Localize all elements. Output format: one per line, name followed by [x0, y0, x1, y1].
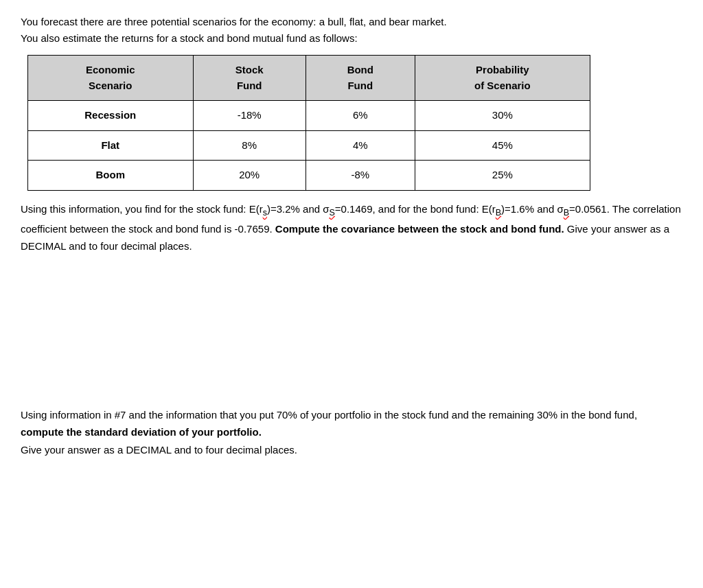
bond-flat: 4% [306, 130, 415, 161]
stock-boom: 20% [193, 161, 306, 191]
stock-flat: 8% [193, 130, 306, 161]
bold-instruction: Compute the covariance between the stock… [275, 223, 564, 235]
subscript-rs: s [263, 208, 267, 217]
bond-recession: 6% [306, 101, 415, 131]
scenario-table: EconomicScenario StockFund BondFund Prob… [27, 55, 590, 191]
analysis-paragraph: Using this information, you find for the… [21, 200, 682, 255]
intro-paragraph: You forecast there are three potential s… [21, 14, 682, 47]
table-row: Flat 8% 4% 45% [28, 130, 590, 161]
bold-portfolio-instruction: compute the standard deviation of your p… [21, 426, 262, 438]
intro-line2: You also estimate the returns for a stoc… [21, 32, 358, 44]
scenario-boom: Boom [28, 161, 194, 191]
header-economic-scenario: EconomicScenario [28, 56, 194, 101]
scenario-flat: Flat [28, 130, 194, 161]
intro-line1: You forecast there are three potential s… [21, 16, 447, 27]
prob-boom: 25% [415, 161, 590, 191]
prob-recession: 30% [415, 101, 590, 131]
header-probability: Probabilityof Scenario [415, 56, 590, 101]
scenario-recession: Recession [28, 101, 194, 131]
table-row: Recession -18% 6% 30% [28, 101, 590, 131]
bottom-paragraph: Using information in #7 and the informat… [21, 406, 682, 459]
table-row: Boom 20% -8% 25% [28, 161, 590, 191]
stock-recession: -18% [193, 101, 306, 131]
header-stock-fund: StockFund [193, 56, 306, 101]
prob-flat: 45% [415, 130, 590, 161]
subscript-sigma-b: B [564, 208, 569, 217]
header-bond-fund: BondFund [306, 56, 415, 101]
subscript-sigma-s: S [330, 208, 335, 217]
subscript-rb: B [496, 208, 501, 217]
data-table-container: EconomicScenario StockFund BondFund Prob… [21, 55, 682, 191]
bond-boom: -8% [306, 161, 415, 191]
